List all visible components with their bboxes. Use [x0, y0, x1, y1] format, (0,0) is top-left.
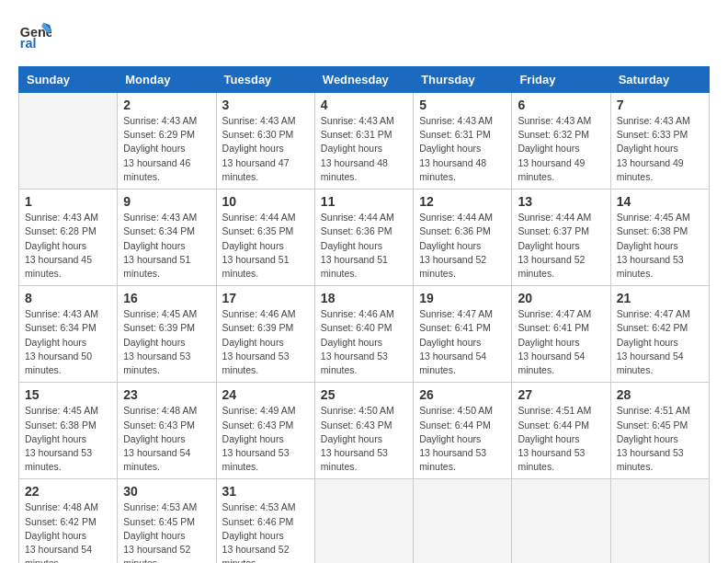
day-info: Sunrise: 4:50 AMSunset: 6:44 PMDaylight …: [419, 404, 506, 474]
day-info: Sunrise: 4:44 AMSunset: 6:36 PMDaylight …: [419, 211, 506, 281]
day-info: Sunrise: 4:44 AMSunset: 6:37 PMDaylight …: [518, 211, 604, 281]
day-info: Sunrise: 4:43 AMSunset: 6:34 PMDaylight …: [123, 211, 210, 281]
day-number: 4: [321, 98, 407, 112]
week-row-0: 2Sunrise: 4:43 AMSunset: 6:29 PMDaylight…: [19, 93, 710, 190]
day-number: 30: [123, 484, 210, 499]
day-cell-15: 15Sunrise: 4:45 AMSunset: 6:38 PMDayligh…: [19, 383, 118, 479]
day-cell-empty-4-3: [314, 479, 413, 563]
day-info: Sunrise: 4:45 AMSunset: 6:39 PMDaylight …: [123, 307, 210, 377]
day-cell-7: 7Sunrise: 4:43 AMSunset: 6:33 PMDaylight…: [610, 93, 709, 190]
day-cell-2: 2Sunrise: 4:43 AMSunset: 6:29 PMDaylight…: [118, 93, 216, 190]
day-cell-6: 6Sunrise: 4:43 AMSunset: 6:32 PMDaylight…: [512, 93, 610, 190]
week-row-4: 22Sunrise: 4:48 AMSunset: 6:42 PMDayligh…: [19, 479, 710, 563]
day-info: Sunrise: 4:51 AMSunset: 6:44 PMDaylight …: [518, 404, 604, 474]
logo-icon: Gene ral: [18, 18, 51, 52]
calendar-table: Sunday Monday Tuesday Wednesday Thursday…: [18, 66, 710, 563]
day-number: 23: [123, 387, 210, 402]
day-info: Sunrise: 4:47 AMSunset: 6:42 PMDaylight …: [617, 307, 703, 377]
day-cell-24: 24Sunrise: 4:49 AMSunset: 6:43 PMDayligh…: [216, 383, 314, 479]
col-wednesday: Wednesday: [314, 67, 413, 93]
day-number: 11: [321, 194, 407, 209]
day-info: Sunrise: 4:43 AMSunset: 6:28 PMDaylight …: [25, 211, 111, 281]
day-cell-21: 21Sunrise: 4:47 AMSunset: 6:42 PMDayligh…: [610, 286, 709, 383]
day-info: Sunrise: 4:43 AMSunset: 6:34 PMDaylight …: [25, 307, 111, 377]
day-cell-12: 12Sunrise: 4:44 AMSunset: 6:36 PMDayligh…: [414, 190, 512, 286]
week-row-2: 8Sunrise: 4:43 AMSunset: 6:34 PMDaylight…: [19, 286, 710, 383]
day-number: 5: [419, 98, 506, 112]
day-cell-17: 17Sunrise: 4:46 AMSunset: 6:39 PMDayligh…: [216, 286, 314, 383]
page-header: Gene ral: [18, 18, 710, 52]
col-saturday: Saturday: [610, 67, 709, 93]
day-cell-30: 30Sunrise: 4:53 AMSunset: 6:45 PMDayligh…: [118, 479, 216, 563]
day-info: Sunrise: 4:44 AMSunset: 6:35 PMDaylight …: [222, 211, 309, 281]
day-number: 10: [222, 194, 309, 209]
day-number: 8: [25, 291, 111, 305]
week-row-3: 15Sunrise: 4:45 AMSunset: 6:38 PMDayligh…: [19, 383, 710, 479]
day-info: Sunrise: 4:47 AMSunset: 6:41 PMDaylight …: [419, 307, 506, 377]
day-cell-5: 5Sunrise: 4:43 AMSunset: 6:31 PMDaylight…: [414, 93, 512, 190]
day-cell-9: 9Sunrise: 4:43 AMSunset: 6:34 PMDaylight…: [118, 190, 216, 286]
day-cell-25: 25Sunrise: 4:50 AMSunset: 6:43 PMDayligh…: [314, 383, 413, 479]
day-cell-28: 28Sunrise: 4:51 AMSunset: 6:45 PMDayligh…: [610, 383, 709, 479]
day-info: Sunrise: 4:45 AMSunset: 6:38 PMDaylight …: [25, 404, 111, 474]
day-number: 28: [617, 387, 703, 402]
day-number: 24: [222, 387, 309, 402]
day-cell-20: 20Sunrise: 4:47 AMSunset: 6:41 PMDayligh…: [512, 286, 610, 383]
day-number: 18: [321, 291, 407, 305]
day-cell-14: 14Sunrise: 4:45 AMSunset: 6:38 PMDayligh…: [610, 190, 709, 286]
col-tuesday: Tuesday: [216, 67, 314, 93]
day-cell-empty-4-5: [512, 479, 610, 563]
logo: Gene ral: [18, 18, 55, 52]
day-number: 17: [222, 291, 309, 305]
day-number: 19: [419, 291, 506, 305]
day-number: 7: [617, 98, 703, 112]
day-number: 20: [518, 291, 604, 305]
day-info: Sunrise: 4:43 AMSunset: 6:29 PMDaylight …: [123, 114, 210, 184]
day-cell-empty-0-0: [19, 93, 118, 190]
day-cell-31: 31Sunrise: 4:53 AMSunset: 6:46 PMDayligh…: [216, 479, 314, 563]
day-cell-16: 16Sunrise: 4:45 AMSunset: 6:39 PMDayligh…: [118, 286, 216, 383]
day-number: 12: [419, 194, 506, 209]
day-cell-22: 22Sunrise: 4:48 AMSunset: 6:42 PMDayligh…: [19, 479, 118, 563]
col-sunday: Sunday: [19, 67, 118, 93]
day-cell-10: 10Sunrise: 4:44 AMSunset: 6:35 PMDayligh…: [216, 190, 314, 286]
day-number: 14: [617, 194, 703, 209]
day-info: Sunrise: 4:45 AMSunset: 6:38 PMDaylight …: [617, 211, 703, 281]
day-info: Sunrise: 4:43 AMSunset: 6:30 PMDaylight …: [222, 114, 309, 184]
day-info: Sunrise: 4:47 AMSunset: 6:41 PMDaylight …: [518, 307, 604, 377]
day-info: Sunrise: 4:49 AMSunset: 6:43 PMDaylight …: [222, 404, 309, 474]
day-number: 6: [518, 98, 604, 112]
col-thursday: Thursday: [414, 67, 512, 93]
col-friday: Friday: [512, 67, 610, 93]
day-number: 13: [518, 194, 604, 209]
header-row: Sunday Monday Tuesday Wednesday Thursday…: [19, 67, 710, 93]
day-number: 27: [518, 387, 604, 402]
day-info: Sunrise: 4:44 AMSunset: 6:36 PMDaylight …: [321, 211, 407, 281]
day-info: Sunrise: 4:43 AMSunset: 6:32 PMDaylight …: [518, 114, 604, 184]
day-number: 26: [419, 387, 506, 402]
day-cell-3: 3Sunrise: 4:43 AMSunset: 6:30 PMDaylight…: [216, 93, 314, 190]
day-cell-1: 1Sunrise: 4:43 AMSunset: 6:28 PMDaylight…: [19, 190, 118, 286]
day-number: 16: [123, 291, 210, 305]
day-number: 31: [222, 484, 309, 499]
day-number: 9: [123, 194, 210, 209]
day-number: 22: [25, 484, 111, 499]
day-info: Sunrise: 4:50 AMSunset: 6:43 PMDaylight …: [321, 404, 407, 474]
day-cell-27: 27Sunrise: 4:51 AMSunset: 6:44 PMDayligh…: [512, 383, 610, 479]
day-cell-empty-4-4: [414, 479, 512, 563]
day-info: Sunrise: 4:46 AMSunset: 6:40 PMDaylight …: [321, 307, 407, 377]
day-number: 21: [617, 291, 703, 305]
day-info: Sunrise: 4:46 AMSunset: 6:39 PMDaylight …: [222, 307, 309, 377]
day-info: Sunrise: 4:43 AMSunset: 6:33 PMDaylight …: [617, 114, 703, 184]
day-number: 25: [321, 387, 407, 402]
week-row-1: 1Sunrise: 4:43 AMSunset: 6:28 PMDaylight…: [19, 190, 710, 286]
day-cell-4: 4Sunrise: 4:43 AMSunset: 6:31 PMDaylight…: [314, 93, 413, 190]
day-info: Sunrise: 4:53 AMSunset: 6:45 PMDaylight …: [123, 500, 210, 563]
day-info: Sunrise: 4:51 AMSunset: 6:45 PMDaylight …: [617, 404, 703, 474]
day-cell-empty-4-6: [610, 479, 709, 563]
day-cell-13: 13Sunrise: 4:44 AMSunset: 6:37 PMDayligh…: [512, 190, 610, 286]
col-monday: Monday: [118, 67, 216, 93]
day-number: 3: [222, 98, 309, 112]
day-info: Sunrise: 4:43 AMSunset: 6:31 PMDaylight …: [419, 114, 506, 184]
day-cell-19: 19Sunrise: 4:47 AMSunset: 6:41 PMDayligh…: [414, 286, 512, 383]
